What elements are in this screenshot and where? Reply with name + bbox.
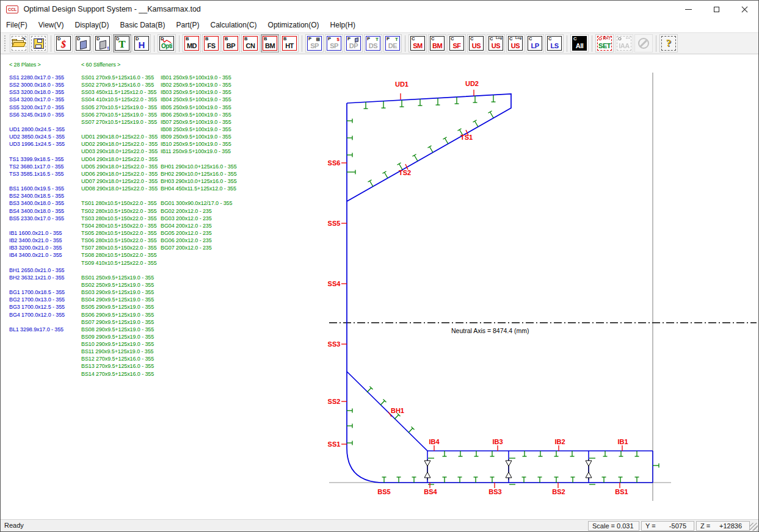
stiffener-item[interactable]: IB08 250x9.5+100x19.0 - 355 <box>161 126 237 133</box>
stiffener-item[interactable]: BG03 200x12.0 - 235 <box>161 215 237 222</box>
stiffener-item[interactable]: TS01 280x10.5+150x22.0 - 355 <box>81 200 158 207</box>
menu-item-part[interactable]: Part(P) <box>171 19 205 31</box>
stiffener-item[interactable]: TS06 280x10.5+150x22.0 - 355 <box>81 237 158 244</box>
stiffener-item[interactable]: BS02 250x9.5+125x19.0 - 355 <box>81 281 158 289</box>
stiffener-item[interactable]: BH02 290x10.0+125x16.0 - 355 <box>161 170 237 178</box>
stiffener-item[interactable]: BG02 200x12.0 - 235 <box>161 207 237 215</box>
close-button[interactable] <box>730 1 758 18</box>
plate-item[interactable]: BS4 3400.0x18.0 - 355 <box>9 207 65 215</box>
plate-item[interactable]: TS1 3399.9x18.5 - 355 <box>9 156 65 163</box>
calc-log-air-us-button[interactable]: CLogUS <box>506 34 525 52</box>
display-plate-button[interactable]: D <box>74 34 92 52</box>
stiffener-item[interactable]: SS05 270x10.5+125x19.0 - 355 <box>81 104 158 111</box>
plate-item[interactable]: IB4 3400.0x21.0 - 355 <box>9 251 65 259</box>
plate-item[interactable]: BG4 1700.0x12.0 - 355 <box>9 311 65 318</box>
stiffener-item[interactable]: BH04 450x11.5+125x12.0 - 355 <box>161 185 237 192</box>
stiffener-item[interactable]: TS02 280x10.5+150x22.0 - 355 <box>81 207 158 215</box>
optimize-set-button[interactable]: OR=?SET <box>595 34 614 52</box>
plate-item[interactable]: BH1 2650.0x21.0 - 355 <box>9 267 65 274</box>
stiffener-item[interactable]: SS01 270x9.5+125x16.0 - 355 <box>81 74 158 81</box>
plate-item[interactable]: UD3 1996.1x24.5 - 355 <box>9 140 65 148</box>
stiffener-item[interactable]: IB07 250x9.5+100x19.0 - 355 <box>161 118 237 126</box>
stiffener-item[interactable]: BS13 270x9.5+125x16.0 - 355 <box>81 362 158 370</box>
stiffener-item[interactable]: BS10 290x9.5+125x19.0 - 355 <box>81 340 158 348</box>
plate-item[interactable]: TS2 3680.1x17.0 - 355 <box>9 163 65 170</box>
menu-item-calculation[interactable]: Calculation(C) <box>205 19 263 31</box>
optimize-stop-button[interactable] <box>634 34 653 52</box>
calc-sf-button[interactable]: CSF <box>448 34 466 52</box>
stiffener-item[interactable]: BS06 290x9.5+125x19.0 - 355 <box>81 311 158 318</box>
stiffener-item[interactable]: UD02 290x18.0+125x22.0 - 355 <box>81 140 158 148</box>
resize-grip[interactable] <box>750 523 758 531</box>
stiffener-item[interactable]: BS11 290x9.5+125x19.0 - 355 <box>81 348 158 355</box>
stiffener-item[interactable]: IB01 250x9.5+100x19.0 - 355 <box>161 74 237 81</box>
stiffener-item[interactable]: UD08 290x18.0+125x22.0 - 355 <box>81 185 158 192</box>
optimize-iaa-button[interactable]: O++IAA <box>615 34 633 52</box>
toolbar-grip[interactable] <box>4 35 6 51</box>
stiffener-item[interactable]: SS03 450x11.5+125x12.0 - 355 <box>81 88 158 96</box>
stiffener-item[interactable]: BS03 290x9.5+125x19.0 - 355 <box>81 289 158 296</box>
plate-item[interactable]: IB2 3400.0x21.0 - 355 <box>9 237 65 244</box>
menu-item-help[interactable]: Help(H) <box>325 19 361 31</box>
stiffener-item[interactable]: SS07 270x10.5+125x19.0 - 355 <box>81 118 158 126</box>
stiffener-item[interactable]: IB03 250x9.5+100x19.0 - 355 <box>161 88 237 96</box>
stiffener-item[interactable]: SS04 410x10.5+125x22.0 - 355 <box>81 96 158 103</box>
stiffener-item[interactable]: TS04 280x10.5+150x22.0 - 355 <box>81 222 158 229</box>
stiffener-item[interactable]: IB04 250x9.5+100x19.0 - 355 <box>161 96 237 103</box>
calc-ls-button[interactable]: CLS <box>545 34 564 52</box>
part-sp-stress-button[interactable]: P$SP <box>325 34 343 52</box>
basic-ht-button[interactable]: BHT <box>280 34 299 52</box>
stiffener-item[interactable]: UD06 290x18.0+125x22.0 - 355 <box>81 170 158 178</box>
stiffener-item[interactable]: BS09 290x9.5+125x19.0 - 355 <box>81 333 158 340</box>
part-ds-button[interactable]: PTDS <box>364 34 382 52</box>
plate-item[interactable]: BL1 3298.9x17.0 - 355 <box>9 326 65 333</box>
basic-bm-button[interactable]: BBM <box>261 34 279 52</box>
stiffener-item[interactable]: UD03 290x18.0+125x22.0 - 355 <box>81 148 158 155</box>
part-sp-grid-button[interactable]: P⊞SP <box>305 34 324 52</box>
stiffener-item[interactable]: BG05 200x12.0 - 235 <box>161 229 237 237</box>
stiffener-item[interactable]: UD05 290x18.0+125x22.0 - 355 <box>81 163 158 170</box>
part-de-button[interactable]: PTDE <box>383 34 402 52</box>
plate-item[interactable]: SS6 3245.0x19.0 - 355 <box>9 111 65 118</box>
stiffener-item[interactable]: TS07 280x10.5+150x22.0 - 355 <box>81 244 158 251</box>
stiffener-item[interactable]: BS01 250x9.5+125x19.0 - 355 <box>81 274 158 281</box>
calc-us-button[interactable]: CUS <box>467 34 485 52</box>
plate-item[interactable]: BH2 3632.1x21.0 - 355 <box>9 274 65 281</box>
plate-item[interactable]: UD2 3850.0x24.5 - 355 <box>9 133 65 140</box>
stiffener-item[interactable]: BH01 290x10.0+125x16.0 - 355 <box>161 163 237 170</box>
stiffener-item[interactable]: IB09 250x9.5+100x19.0 - 355 <box>161 133 237 140</box>
calc-lp-button[interactable]: CLP <box>526 34 544 52</box>
stiffener-item[interactable]: BS12 270x9.5+125x16.0 - 355 <box>81 355 158 362</box>
plate-item[interactable]: BS2 3400.0x18.5 - 355 <box>9 192 65 200</box>
calc-sm-button[interactable]: CSM <box>409 34 427 52</box>
plate-item[interactable]: IB3 3200.0x21.0 - 355 <box>9 244 65 251</box>
part-dp-button[interactable]: PDP <box>344 34 363 52</box>
plate-item[interactable]: SS5 3200.0x17.0 - 355 <box>9 104 65 111</box>
plate-item[interactable]: BS5 2330.0x17.0 - 355 <box>9 215 65 222</box>
calc-bm-button[interactable]: CBM <box>428 34 446 52</box>
menu-item-file[interactable]: File(F) <box>1 19 33 31</box>
stiffener-item[interactable]: BG06 200x12.0 - 235 <box>161 237 237 244</box>
display-hbeam-button[interactable]: DH <box>133 34 151 52</box>
basic-cn-button[interactable]: BCN <box>241 34 260 52</box>
calc-all-button[interactable]: CAll <box>570 34 589 52</box>
stiffener-item[interactable]: IB06 250x9.5+100x19.0 - 355 <box>161 111 237 118</box>
plate-item[interactable]: BG3 1700.0x12.5 - 355 <box>9 303 65 311</box>
stiffener-item[interactable]: TS03 280x10.5+150x22.0 - 355 <box>81 215 158 222</box>
plate-item[interactable]: TS3 3585.1x16.5 - 355 <box>9 170 65 178</box>
stiffener-item[interactable]: TS08 280x10.5+150x22.0 - 355 <box>81 251 158 259</box>
plate-item[interactable]: BS1 1600.0x19.5 - 355 <box>9 185 65 192</box>
menu-item-basic-data[interactable]: Basic Data(B) <box>114 19 170 31</box>
display-opti-button[interactable]: DOpti <box>158 34 176 52</box>
plate-item[interactable]: IB1 1600.0x21.0 - 355 <box>9 229 65 237</box>
plate-item[interactable]: BG2 1700.0x13.0 - 355 <box>9 296 65 303</box>
stiffener-item[interactable]: BH03 290x10.0+125x16.0 - 355 <box>161 178 237 185</box>
stiffener-item[interactable]: UD07 290x18.0+125x22.0 - 355 <box>81 178 158 185</box>
stiffener-item[interactable]: BS07 290x9.5+125x19.0 - 355 <box>81 318 158 326</box>
plate-item[interactable]: SS1 2280.0x17.0 - 355 <box>9 74 65 81</box>
display-tee-stiffener-button[interactable]: DT <box>113 34 131 52</box>
minimize-button[interactable] <box>674 1 702 18</box>
stiffener-item[interactable]: BS05 290x9.5+125x19.0 - 355 <box>81 303 158 311</box>
stiffener-item[interactable]: UD04 290x18.0+125x22.0 - 355 <box>81 156 158 163</box>
plate-item[interactable]: BG1 1700.0x18.5 - 355 <box>9 289 65 296</box>
